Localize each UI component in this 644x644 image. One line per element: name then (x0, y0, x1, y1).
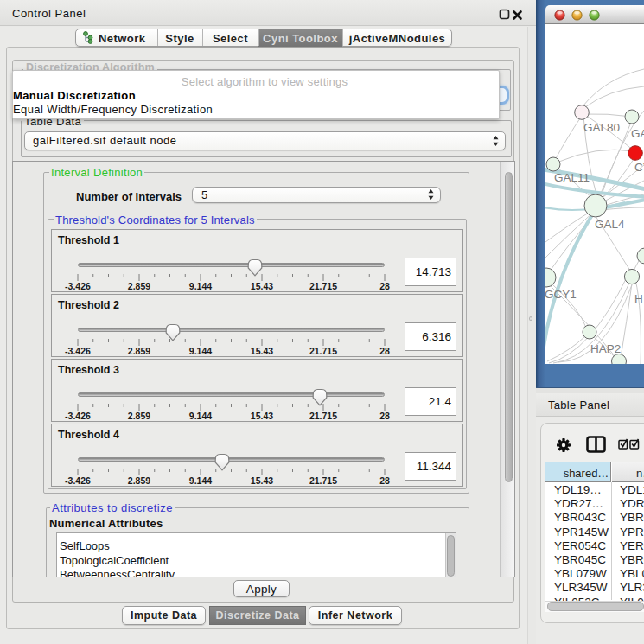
svg-text:GA: GA (631, 127, 644, 140)
svg-text:CY: CY (634, 161, 644, 174)
svg-text:HAP2: HAP2 (590, 342, 621, 355)
svg-text:GCY1: GCY1 (545, 288, 577, 301)
svg-text:GAL80: GAL80 (583, 121, 620, 134)
svg-text:H: H (634, 292, 643, 305)
svg-text:GAL11: GAL11 (554, 171, 590, 184)
svg-text:GAL4: GAL4 (595, 218, 625, 231)
